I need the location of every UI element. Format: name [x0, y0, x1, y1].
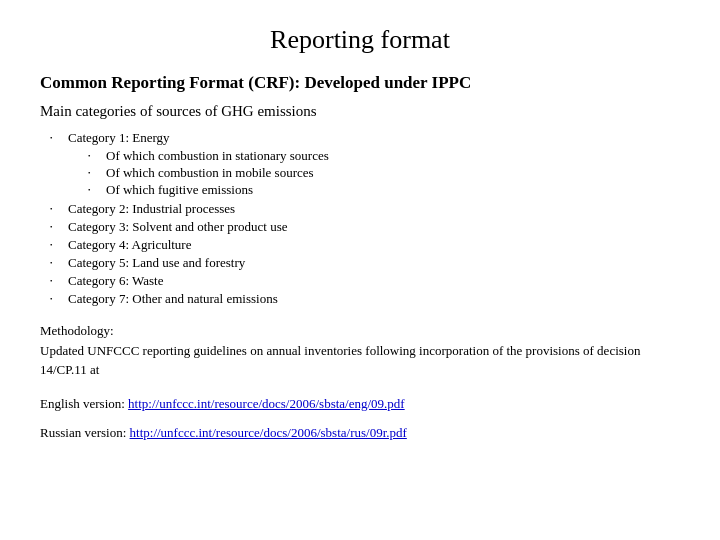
list-item: • Category 4: Agriculture [50, 237, 680, 253]
bullet-icon: • [88, 186, 102, 194]
bullet-icon: • [50, 205, 64, 213]
list-item: • Of which combustion in mobile sources [88, 165, 329, 181]
russian-prefix: Russian version: [40, 425, 130, 440]
category-label: Category 4: Agriculture [68, 237, 191, 253]
list-item: • Category 5: Land use and forestry [50, 255, 680, 271]
crf-heading-text: Common Reporting Format (CRF): Developed… [40, 73, 471, 92]
list-item: • Category 2: Industrial processes [50, 201, 680, 217]
methodology-label: Methodology: [40, 323, 114, 338]
russian-version-section: Russian version: http://unfccc.int/resou… [40, 423, 680, 443]
bullet-icon: • [50, 134, 64, 142]
sub-item-label: Of which fugitive emissions [106, 182, 253, 198]
list-item: • Category 7: Other and natural emission… [50, 291, 680, 307]
methodology-text: Updated UNFCCC reporting guidelines on a… [40, 343, 640, 378]
english-link[interactable]: http://unfccc.int/resource/docs/2006/sbs… [128, 396, 405, 411]
bullet-icon: • [50, 295, 64, 303]
sub-item-label: Of which combustion in stationary source… [106, 148, 329, 164]
bullet-icon: • [50, 259, 64, 267]
bullet-icon: • [88, 152, 102, 160]
bullet-icon: • [50, 223, 64, 231]
list-item: • Of which fugitive emissions [88, 182, 329, 198]
list-item: • Category 6: Waste [50, 273, 680, 289]
crf-heading: Common Reporting Format (CRF): Developed… [40, 73, 680, 93]
list-item: • Category 1: Energy • Of which combusti… [50, 130, 680, 199]
category-label: Category 3: Solvent and other product us… [68, 219, 288, 235]
category-label: Category 1: Energy [68, 130, 170, 145]
english-prefix: English version: [40, 396, 128, 411]
methodology-section: Methodology: Updated UNFCCC reporting gu… [40, 321, 680, 380]
bullet-icon: • [50, 277, 64, 285]
category-label: Category 5: Land use and forestry [68, 255, 245, 271]
bullet-icon: • [88, 169, 102, 177]
russian-link[interactable]: http://unfccc.int/resource/docs/2006/sbs… [130, 425, 407, 440]
bullet-icon: • [50, 241, 64, 249]
page-title: Reporting format [40, 25, 680, 55]
english-version-section: English version: http://unfccc.int/resou… [40, 394, 680, 414]
category-label: Category 2: Industrial processes [68, 201, 235, 217]
list-item: • Of which combustion in stationary sour… [88, 148, 329, 164]
sub-item-label: Of which combustion in mobile sources [106, 165, 314, 181]
category-label: Category 7: Other and natural emissions [68, 291, 278, 307]
categories-heading: Main categories of sources of GHG emissi… [40, 103, 680, 120]
categories-list: • Category 1: Energy • Of which combusti… [40, 130, 680, 307]
sub-list: • Of which combustion in stationary sour… [68, 148, 329, 198]
list-item: • Category 3: Solvent and other product … [50, 219, 680, 235]
category-label: Category 6: Waste [68, 273, 163, 289]
